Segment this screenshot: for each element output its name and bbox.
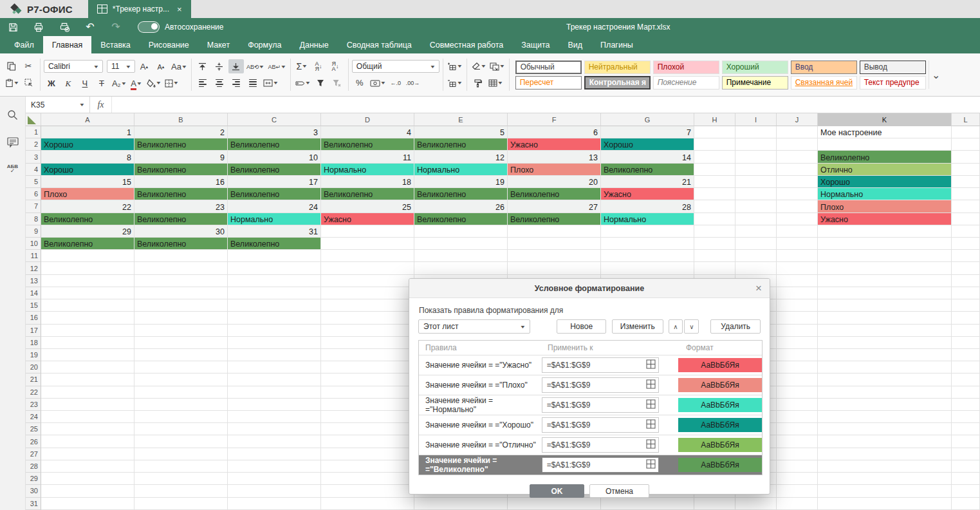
cell-D21[interactable] <box>321 373 414 386</box>
row-header-18[interactable]: 18 <box>26 337 41 349</box>
column-header-E[interactable]: E <box>414 113 508 126</box>
cell-K31[interactable] <box>818 498 952 510</box>
cell-D18[interactable] <box>321 337 414 349</box>
cell-A9[interactable]: 29 <box>41 225 134 238</box>
column-header-H[interactable]: H <box>694 113 735 126</box>
cell-H4[interactable] <box>694 164 735 176</box>
cell-J17[interactable] <box>777 325 818 337</box>
row-header-16[interactable]: 16 <box>26 312 41 324</box>
cell-style-Ввод[interactable]: Ввод <box>791 61 857 74</box>
cell-A2[interactable]: Хорошо <box>41 138 134 151</box>
cell-style-Текст предупре[interactable]: Текст предупре <box>860 76 926 90</box>
cell-D11[interactable] <box>321 250 414 262</box>
cell-L17[interactable] <box>952 325 980 337</box>
row-header-7[interactable]: 7 <box>26 200 41 212</box>
strikethrough-button[interactable]: Т <box>94 76 109 90</box>
rule-row-3[interactable]: Значение ячейки = ="Нормально"=$A$1:$G$9… <box>419 395 762 415</box>
cell-G6[interactable]: Ужасно <box>601 188 694 200</box>
cell-K26[interactable] <box>818 435 952 448</box>
rule-row-4[interactable]: Значение ячейки = ="Хорошо"=$A$1:$G$9АаВ… <box>419 415 762 435</box>
merge-cells-button[interactable]: ▼ <box>262 76 279 90</box>
cell-K11[interactable] <box>818 250 952 262</box>
cell-F1[interactable]: 6 <box>508 126 601 138</box>
cell-L8[interactable] <box>952 213 980 225</box>
cell-A7[interactable]: 22 <box>41 200 134 212</box>
format-painter-button[interactable] <box>470 76 486 90</box>
cell-I4[interactable] <box>735 164 777 176</box>
cell-J16[interactable] <box>777 312 818 324</box>
decrease-font-button[interactable]: А▴ <box>153 59 169 73</box>
cell-C31[interactable] <box>228 498 321 510</box>
font-name-select[interactable]: Calibri▼ <box>44 60 103 73</box>
cell-B27[interactable] <box>134 448 228 460</box>
cell-A23[interactable] <box>41 399 134 411</box>
dialog-close-button[interactable]: × <box>753 279 764 298</box>
cell-L7[interactable] <box>952 200 980 212</box>
cell-A27[interactable] <box>41 448 134 460</box>
cell-J10[interactable] <box>777 238 818 250</box>
cell-C12[interactable] <box>228 262 321 274</box>
print-button[interactable] <box>26 18 51 36</box>
rule-range-input[interactable]: =$A$1:$G$9 <box>542 417 659 433</box>
comments-button[interactable] <box>7 137 19 149</box>
cell-L22[interactable] <box>952 386 980 399</box>
column-header-G[interactable]: G <box>601 113 694 126</box>
menu-tab-Файл[interactable]: Файл <box>5 36 43 53</box>
cell-B9[interactable]: 30 <box>134 225 228 238</box>
row-header-11[interactable]: 11 <box>26 250 41 262</box>
cell-L4[interactable] <box>952 164 980 176</box>
cell-G9[interactable] <box>601 225 694 238</box>
cell-C28[interactable] <box>228 460 321 473</box>
cell-F8[interactable]: Великолепно <box>508 213 601 225</box>
gallery-more-button[interactable]: ⌄ <box>929 61 943 89</box>
align-right-button[interactable] <box>228 76 244 90</box>
wrap-text-button[interactable]: АВ↵▼ <box>266 59 286 73</box>
cell-style-Пересчет[interactable]: Пересчет <box>515 76 582 90</box>
format-as-table-button[interactable]: ▼ <box>487 76 504 90</box>
cell-E2[interactable]: Великолепно <box>414 138 508 151</box>
cell-A16[interactable] <box>41 312 134 324</box>
cell-K12[interactable] <box>818 262 952 274</box>
cell-B28[interactable] <box>134 460 228 473</box>
cell-J9[interactable] <box>777 225 818 238</box>
insert-cells-button[interactable]: ▼ <box>447 59 463 73</box>
cell-H3[interactable] <box>694 151 735 163</box>
cell-A3[interactable]: 8 <box>41 151 134 163</box>
menu-tab-Вставка[interactable]: Вставка <box>91 36 139 53</box>
cell-A10[interactable]: Великолепно <box>41 238 134 250</box>
row-header-13[interactable]: 13 <box>26 275 41 287</box>
spellcheck-button[interactable]: АБВ✓ <box>7 164 18 174</box>
menu-tab-Защита[interactable]: Защита <box>512 36 559 53</box>
row-header-22[interactable]: 22 <box>26 386 41 399</box>
cell-A1[interactable]: 1 <box>41 126 134 138</box>
row-header-6[interactable]: 6 <box>26 188 41 200</box>
undo-button[interactable]: ↶ <box>77 18 103 36</box>
select-range-icon[interactable] <box>646 459 656 471</box>
cell-H31[interactable] <box>694 498 735 510</box>
cell-K16[interactable] <box>818 312 952 324</box>
cell-D4[interactable]: Нормально <box>321 164 414 176</box>
cell-C30[interactable] <box>228 485 321 497</box>
cell-J26[interactable] <box>777 435 818 448</box>
cell-K9[interactable] <box>818 225 952 238</box>
cell-C10[interactable]: Великолепно <box>228 238 321 250</box>
move-rule-down-button[interactable]: ∨ <box>684 319 699 334</box>
cell-K25[interactable] <box>818 423 952 435</box>
cancel-button[interactable]: Отмена <box>589 484 649 498</box>
cell-B29[interactable] <box>134 473 228 485</box>
select-range-icon[interactable] <box>646 419 656 431</box>
sort-desc-button[interactable]: ЯА↓ <box>328 59 343 73</box>
change-case-button[interactable]: Аа▼ <box>170 59 188 73</box>
cell-B26[interactable] <box>134 435 228 448</box>
row-header-24[interactable]: 24 <box>26 411 41 423</box>
cell-E3[interactable]: 12 <box>414 151 508 163</box>
rule-range-input[interactable]: =$A$1:$G$9 <box>542 457 659 473</box>
clear-button[interactable]: ▼ <box>470 59 487 73</box>
rule-row-2[interactable]: Значение ячейки = ="Плохо"=$A$1:$G$9АаВb… <box>419 375 762 395</box>
tab-close-icon[interactable]: × <box>177 5 182 14</box>
cell-L21[interactable] <box>952 373 980 386</box>
subscript-button[interactable]: А₂▼ <box>111 76 127 90</box>
menu-tab-Данные[interactable]: Данные <box>291 36 338 53</box>
row-header-26[interactable]: 26 <box>26 435 41 448</box>
cell-J11[interactable] <box>777 250 818 262</box>
